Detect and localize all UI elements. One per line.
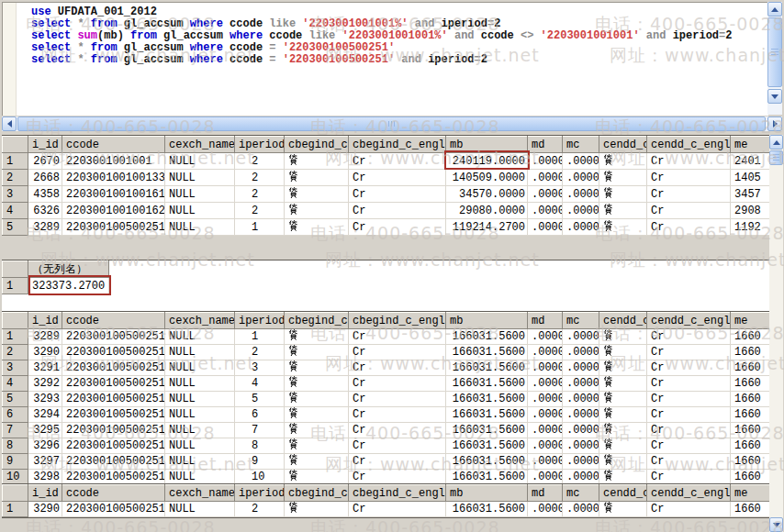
grid-cell-cexch_name[interactable]: NULL [165,186,235,203]
grid-cell-i_id[interactable]: 3295 [28,423,62,438]
grid-cell-cbegind_c_engl[interactable]: Cr [349,438,446,454]
row-header[interactable]: 8 [3,438,28,454]
grid-cell-ccode[interactable]: 220300100100162 [62,203,165,219]
grid-cell-mc[interactable]: .0000 [563,153,599,170]
column-header-cbegind_c[interactable]: cbegind_c [285,137,349,153]
grid-cell-iperiod[interactable]: 2 [235,345,285,360]
column-header-cbegind_c_engl[interactable]: cbegind_c_engl [349,485,446,502]
row-header[interactable]: 2 [3,345,28,360]
grid-cell-md[interactable]: .0000 [528,502,563,517]
grid-cell-ccode[interactable]: 220300100500251 [62,470,165,485]
grid-cell-iperiod[interactable]: 3 [235,360,285,376]
column-header-ccode[interactable]: ccode [62,313,165,329]
grid-cell-mb[interactable]: 119214.2700 [446,219,528,236]
grid-cell-me[interactable]: 1660 [731,423,770,438]
column-header-cendd_c_engl[interactable]: cendd_c_engl [647,485,731,502]
grid-cell-md[interactable]: .0000 [528,153,563,170]
column-header-md[interactable]: md [528,485,563,502]
grid-cell-md[interactable]: .0000 [528,407,563,423]
grid-cell-cendd_c[interactable] [599,219,647,236]
grid-cell-cendd_c[interactable] [599,407,647,423]
grid-cell-cendd_c_engl[interactable]: Cr [647,423,731,438]
column-header-cexch_name[interactable]: cexch_name [165,313,235,329]
grid-cell-md[interactable]: .0000 [528,470,563,485]
grid-cell-cendd_c[interactable] [599,392,647,407]
column-header-iperiod[interactable]: iperiod [235,313,285,329]
grid-cell-cexch_name[interactable]: NULL [165,219,235,236]
column-header-cendd_c[interactable]: cendd_c [599,137,647,153]
grid-cell-mc[interactable]: .0000 [563,392,599,407]
grid-cell-cbegind_c[interactable] [285,170,349,186]
grid-cell-mc[interactable]: .0000 [563,454,599,470]
grid-cell-i_id[interactable]: 4358 [28,186,62,203]
grid-cell-ccode[interactable]: 220300100500251 [62,502,165,517]
column-header-me[interactable]: me [731,137,770,153]
grid-corner-cell[interactable] [3,261,28,278]
grid-cell-cendd_c_engl[interactable]: Cr [647,360,731,376]
column-header-cbegind_c_engl[interactable]: cbegind_c_engl [349,137,446,153]
grid-cell-mb[interactable]: 166031.5600 [446,392,528,407]
column-header-mb[interactable]: mb [446,485,528,502]
grid-cell-ccode[interactable]: 220300100100133 [62,170,165,186]
grid-cell-mc[interactable]: .0000 [563,502,599,517]
grid-cell-cendd_c_engl[interactable]: Cr [647,203,731,219]
grid-cell-cendd_c[interactable] [599,329,647,345]
grid-cell-me[interactable]: 1660 [731,470,770,485]
grid-cell-cbegind_c_engl[interactable]: Cr [349,423,446,438]
grid-cell-me[interactable]: 1660 [731,392,770,407]
row-header[interactable]: 10 [3,470,28,485]
scroll-right-button[interactable] [767,116,782,131]
grid-cell-cbegind_c_engl[interactable]: Cr [349,407,446,423]
grid-cell-ccode[interactable]: 220300100500251 [62,407,165,423]
column-header-mc[interactable]: mc [563,485,599,502]
column-header-cbegind_c[interactable]: cbegind_c [285,313,349,329]
row-header[interactable]: 1 [3,153,28,170]
grid-cell-cendd_c[interactable] [599,470,647,485]
grid-cell-cendd_c[interactable] [599,438,647,454]
grid-cell-cbegind_c_engl[interactable]: Cr [349,345,446,360]
column-header-cbegind_c_engl[interactable]: cbegind_c_engl [349,313,446,329]
row-header[interactable]: 4 [3,376,28,392]
editor-vertical-scrollbar[interactable] [767,2,782,115]
grid-cell-cbegind_c[interactable] [285,219,349,236]
grid-cell-i_id[interactable]: 3289 [28,329,62,345]
grid-cell-cbegind_c[interactable] [285,438,349,454]
grid-corner-cell[interactable] [3,313,28,329]
grid-cell-cendd_c[interactable] [599,153,647,170]
column-header-cbegind_c[interactable]: cbegind_c [285,485,349,502]
grid-cell-md[interactable]: .0000 [528,170,563,186]
grid-cell-me[interactable]: 2401 [731,153,770,170]
scroll-down-button[interactable] [769,517,783,532]
horizontal-scrollbar[interactable] [2,116,782,131]
grid-cell-mb[interactable]: 166031.5600 [446,502,528,517]
grid-cell-cendd_c_engl[interactable]: Cr [647,345,731,360]
grid-cell-cbegind_c[interactable] [285,376,349,392]
grid-cell-cbegind_c_engl[interactable]: Cr [349,376,446,392]
grid-cell-mc[interactable]: .0000 [563,219,599,236]
column-header-i_id[interactable]: i_id [28,485,62,502]
grid-cell-md[interactable]: .0000 [528,203,563,219]
grid-cell-iperiod[interactable]: 5 [235,392,285,407]
grid-cell-me[interactable]: 1660 [731,502,770,517]
grid-cell-cexch_name[interactable]: NULL [165,502,235,517]
grid-cell-iperiod[interactable]: 1 [235,219,285,236]
grid-cell-cexch_name[interactable]: NULL [165,407,235,423]
editor-scrollbar-thumb[interactable] [767,17,782,87]
grid-cell-cendd_c[interactable] [599,186,647,203]
grid-cell-cbegind_c_engl[interactable]: Cr [349,502,446,517]
grid-cell-ccode[interactable]: 220300100500251 [62,438,165,454]
grid-cell-mb[interactable]: 166031.5600 [446,454,528,470]
row-header[interactable]: 6 [3,407,28,423]
grid-cell-cexch_name[interactable]: NULL [165,423,235,438]
grid-cell-ccode[interactable]: 220300100500251 [62,376,165,392]
grid-cell-ccode[interactable]: 220300100500251 [62,219,165,236]
grid-cell-cendd_c_engl[interactable]: Cr [647,438,731,454]
grid-cell-i_id[interactable]: 3292 [28,376,62,392]
grid-cell-cbegind_c[interactable] [285,203,349,219]
grid-cell-me[interactable]: 1660 [731,407,770,423]
grid-cell-mc[interactable]: .0000 [563,170,599,186]
column-header-cexch_name[interactable]: cexch_name [165,137,235,153]
grid-cell-cbegind_c_engl[interactable]: Cr [349,186,446,203]
grid-cell-me[interactable]: 1192 [731,219,770,236]
row-header[interactable]: 5 [3,392,28,407]
